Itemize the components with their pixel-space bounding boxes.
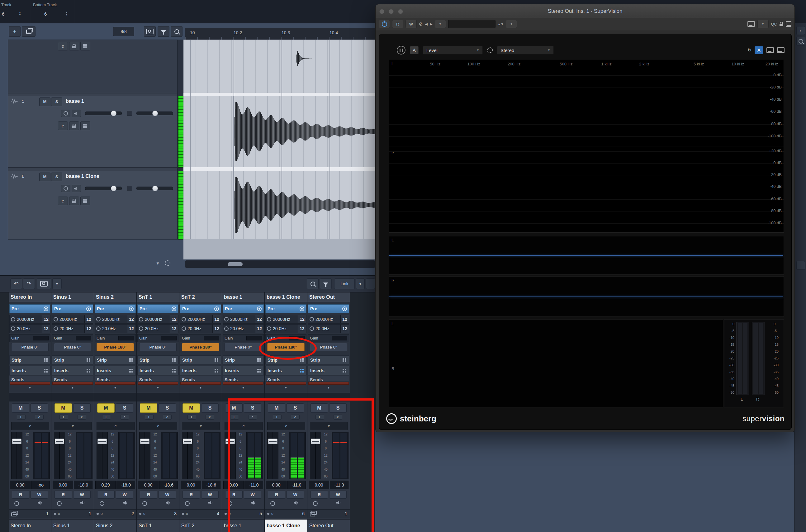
gain-row[interactable]: Gain bbox=[223, 334, 264, 342]
channel-label[interactable]: SnT 1 bbox=[137, 519, 179, 532]
listen-button[interactable]: L bbox=[145, 415, 154, 420]
channel-label[interactable]: Sinus 2 bbox=[94, 519, 136, 532]
scrollbar-thumb[interactable] bbox=[228, 262, 243, 266]
mute-button[interactable]: M bbox=[39, 173, 51, 181]
highcut-filter-row[interactable]: 20000Hz12 bbox=[52, 315, 93, 324]
filter-button[interactable] bbox=[320, 279, 332, 289]
undo-button[interactable]: ↶ bbox=[10, 279, 22, 289]
monitor-icon[interactable] bbox=[37, 500, 43, 506]
lowcut-filter-row[interactable]: 20.0Hz12 bbox=[9, 324, 51, 333]
filter-slope[interactable]: 12 bbox=[42, 315, 50, 323]
track-name[interactable]: basse 1 Clone bbox=[66, 173, 99, 179]
highcut-filter-row[interactable]: 20000Hz12 bbox=[137, 315, 178, 324]
gain-value-bar[interactable] bbox=[161, 336, 177, 340]
monitor-button[interactable] bbox=[72, 110, 81, 117]
rack-expand-icon[interactable]: ▼ bbox=[179, 386, 222, 390]
pre-section[interactable]: Pre bbox=[223, 304, 264, 313]
horizontal-scrollbar[interactable] bbox=[185, 260, 375, 268]
duplicate-track-button[interactable] bbox=[22, 26, 36, 37]
lowcut-filter-row[interactable]: 20.0Hz12 bbox=[137, 324, 178, 333]
toolbar-overflow[interactable] bbox=[366, 279, 375, 289]
preset-browser-dropdown[interactable]: ▼ bbox=[506, 20, 517, 28]
edit-button[interactable]: e bbox=[35, 415, 44, 420]
power-icon[interactable] bbox=[54, 317, 58, 321]
preset-name-field[interactable] bbox=[448, 20, 496, 28]
volume-knob[interactable] bbox=[111, 111, 116, 116]
mute-button[interactable]: M bbox=[183, 403, 200, 413]
pre-section[interactable]: Pre bbox=[265, 304, 306, 313]
lowcut-filter-row[interactable]: 20.0Hz12 bbox=[308, 324, 349, 333]
edit-channel-button[interactable]: e bbox=[58, 196, 68, 205]
send-slot[interactable] bbox=[180, 382, 221, 385]
peak-level-value[interactable]: -18.6 bbox=[202, 481, 220, 489]
power-icon[interactable] bbox=[224, 317, 229, 321]
power-icon[interactable] bbox=[11, 317, 15, 321]
layout-split-icon[interactable] bbox=[777, 48, 785, 53]
power-icon[interactable] bbox=[310, 317, 314, 321]
pre-section[interactable]: Pre bbox=[180, 304, 221, 313]
rack-expand-icon[interactable]: ▼ bbox=[9, 386, 51, 390]
volume-slider[interactable] bbox=[85, 112, 122, 115]
gain-row[interactable]: Gain bbox=[9, 334, 51, 342]
peak-level-value[interactable]: -18.6 bbox=[159, 481, 178, 489]
listen-button[interactable]: L bbox=[188, 415, 196, 420]
sends-section[interactable]: Sends bbox=[265, 376, 306, 381]
filter-slope[interactable]: 12 bbox=[127, 315, 135, 323]
filter-slope[interactable]: 12 bbox=[298, 325, 306, 332]
fader-handle[interactable] bbox=[12, 439, 21, 444]
pan-control[interactable]: c bbox=[54, 422, 92, 430]
edit-button[interactable]: e bbox=[163, 415, 172, 420]
waveform-lane-left[interactable]: L bbox=[389, 236, 784, 275]
toolbar-dropdown[interactable]: ▼ bbox=[52, 279, 62, 289]
fader[interactable] bbox=[54, 432, 65, 479]
solo-button[interactable]: S bbox=[51, 97, 62, 106]
mute-button[interactable]: M bbox=[55, 403, 72, 413]
mute-button[interactable]: M bbox=[140, 403, 157, 413]
channel-name[interactable]: basse 1 Clone bbox=[265, 292, 307, 302]
preset-menu-dropdown[interactable]: ▼ bbox=[435, 20, 446, 28]
record-enable-icon[interactable] bbox=[57, 501, 62, 506]
grid-options-button[interactable] bbox=[80, 196, 90, 205]
gain-row[interactable]: Gain bbox=[137, 334, 178, 342]
pan-control[interactable]: c bbox=[11, 422, 49, 430]
read-automation-button[interactable]: R bbox=[97, 491, 115, 499]
lowcut-filter-row[interactable]: 20.0Hz12 bbox=[265, 324, 306, 333]
reset-icon[interactable]: ↻ bbox=[747, 48, 751, 53]
fader[interactable] bbox=[97, 432, 108, 479]
channel-label[interactable]: Stereo In bbox=[9, 519, 51, 532]
pre-section[interactable]: Pre bbox=[137, 304, 178, 313]
lock-button[interactable] bbox=[69, 196, 79, 205]
channel-name[interactable]: basse 1 bbox=[222, 292, 264, 302]
listen-button[interactable]: L bbox=[59, 415, 68, 420]
sends-section[interactable]: Sends bbox=[52, 376, 93, 381]
inserts-section[interactable]: Inserts bbox=[95, 366, 136, 375]
highcut-filter-row[interactable]: 20000Hz12 bbox=[308, 315, 349, 324]
peak-level-value[interactable]: -18.0 bbox=[74, 481, 93, 489]
power-icon[interactable] bbox=[139, 326, 143, 331]
strip-section[interactable]: Strip bbox=[137, 355, 178, 364]
filter-slope[interactable]: 12 bbox=[42, 325, 50, 332]
lock-icon[interactable] bbox=[780, 24, 783, 26]
mute-button[interactable]: M bbox=[97, 403, 115, 413]
fader-handle[interactable] bbox=[55, 439, 64, 444]
right-zone-toggle[interactable]: ▸ bbox=[797, 26, 805, 35]
read-automation-button[interactable]: R bbox=[392, 20, 403, 28]
filter-slope[interactable]: 12 bbox=[340, 325, 349, 332]
fader-value[interactable]: 0.00 bbox=[138, 481, 158, 489]
peak-level-value[interactable]: -18.0 bbox=[116, 481, 135, 489]
level-history-display[interactable]: L R 50 Hz100 Hz200 Hz500 Hz1 kHz2 kHz5 k… bbox=[389, 60, 784, 233]
preset-up-down-icon[interactable]: ▲▼ bbox=[498, 22, 504, 26]
gain-row[interactable]: Gain bbox=[180, 334, 221, 342]
solo-button[interactable]: S bbox=[31, 403, 48, 413]
send-slot[interactable] bbox=[9, 382, 50, 385]
slot-a-button[interactable]: A bbox=[410, 46, 419, 54]
view-dropdown[interactable]: ▼ bbox=[757, 20, 769, 28]
write-automation-button[interactable]: W bbox=[201, 491, 218, 499]
filter-slope[interactable]: 12 bbox=[212, 315, 221, 323]
gain-value-bar[interactable] bbox=[76, 336, 91, 340]
power-icon[interactable] bbox=[54, 326, 58, 331]
sends-section[interactable]: Sends bbox=[180, 376, 221, 381]
write-automation-button[interactable]: W bbox=[158, 491, 176, 499]
write-automation-button[interactable]: W bbox=[31, 491, 48, 499]
highcut-filter-row[interactable]: 20000Hz12 bbox=[9, 315, 51, 324]
